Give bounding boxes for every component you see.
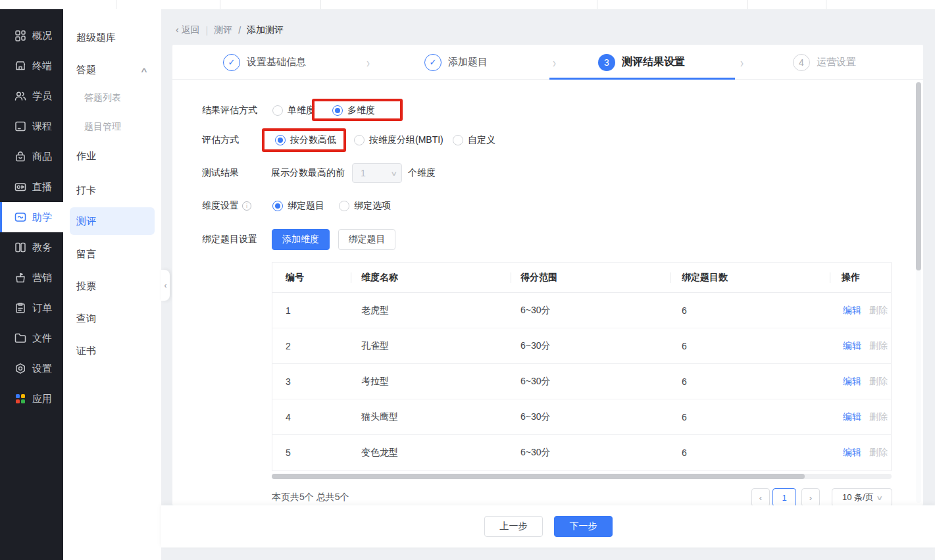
- radio-bind-question[interactable]: 绑定题目: [272, 195, 324, 216]
- sidebar-collapse-handle[interactable]: ‹: [161, 270, 170, 301]
- back-link[interactable]: ‹ 返回: [176, 24, 200, 36]
- sidebar-item-orders[interactable]: 订单: [0, 293, 63, 323]
- chevron-right-icon: ›: [740, 38, 744, 86]
- sidebar-item-courses[interactable]: 课程: [0, 111, 63, 141]
- edit-link[interactable]: 编辑: [843, 435, 861, 471]
- table-header: 编号 维度名称 得分范围 绑定题目数 操作: [272, 263, 891, 293]
- field-label: 结果评估方式: [202, 100, 257, 121]
- sidebar-item-study-aid[interactable]: 助学: [0, 202, 63, 232]
- scrollbar-thumb[interactable]: [272, 474, 805, 479]
- delete-link[interactable]: 删除: [869, 364, 888, 399]
- submenu-item-homework[interactable]: 作业: [70, 143, 155, 169]
- submenu-item-message[interactable]: 留言: [70, 241, 155, 267]
- step-number: 4: [793, 54, 810, 71]
- chevron-up-icon: ∧: [140, 66, 149, 74]
- chevron-right-icon: ›: [366, 38, 370, 86]
- submenu-item-answering[interactable]: 答题∧: [70, 57, 155, 83]
- chevron-left-icon: ‹: [759, 493, 762, 503]
- radio-multi-dimension[interactable]: 多维度: [332, 100, 375, 121]
- field-label: 维度设置i: [202, 195, 251, 216]
- breadcrumb-separator: /: [238, 25, 241, 36]
- sidebar-item-live[interactable]: 直播: [0, 172, 63, 202]
- info-icon: i: [242, 201, 251, 211]
- radio-icon: [272, 105, 283, 116]
- table-row: 3 考拉型 6~30分 6 编辑 删除: [272, 364, 891, 399]
- sidebar-item-marketing[interactable]: 营销: [0, 263, 63, 293]
- radio-icon: [354, 135, 365, 145]
- form-row-bind-question: 绑定题目设置 添加维度 绑定题目: [172, 229, 923, 250]
- files-icon: [14, 332, 27, 345]
- primary-sidebar: 概况 终端 学员 课程 商品 直播 助学 教务 营销 订单 文件 设置: [0, 9, 63, 560]
- sidebar-item-label: 应用: [32, 393, 52, 405]
- edit-link[interactable]: 编辑: [843, 328, 861, 364]
- breadcrumb-section[interactable]: 测评: [214, 24, 232, 36]
- sidebar-item-label: 学员: [32, 90, 52, 103]
- delete-link[interactable]: 删除: [869, 328, 888, 364]
- next-step-button[interactable]: 下一步: [554, 516, 613, 537]
- select-prefix-text: 展示分数最高的前: [271, 163, 345, 184]
- pagination-page-1[interactable]: 1: [772, 488, 796, 507]
- chevron-down-icon: ∨: [390, 170, 397, 177]
- secondary-sidebar: 超级题库 答题∧ 答题列表 题目管理 作业 打卡 测评 留言 投票 查询 证书: [63, 9, 161, 560]
- form-row-dimension-setting: 维度设置i 绑定题目 绑定选项: [172, 195, 923, 216]
- footer-action-bar: 上一步 下一步: [161, 505, 935, 547]
- sidebar-item-students[interactable]: 学员: [0, 81, 63, 111]
- top-dimension-select[interactable]: 1 ∨: [352, 163, 402, 183]
- delete-link[interactable]: 删除: [869, 435, 888, 471]
- col-range: 得分范围: [520, 263, 557, 293]
- add-dimension-button[interactable]: 添加维度: [272, 229, 330, 250]
- academics-icon: [14, 241, 27, 254]
- radio-custom[interactable]: 自定义: [453, 130, 495, 151]
- submenu-item-certificate[interactable]: 证书: [70, 338, 155, 364]
- radio-checked-icon: [272, 201, 283, 211]
- select-value: 1: [361, 168, 366, 178]
- previous-step-button[interactable]: 上一步: [484, 516, 543, 537]
- edit-link[interactable]: 编辑: [843, 399, 861, 435]
- dimension-table: 编号 维度名称 得分范围 绑定题目数 操作 1 老虎型 6~30分 6 编辑 删…: [272, 262, 892, 471]
- form-row-test-result: 测试结果 展示分数最高的前 1 ∨ 个维度: [172, 163, 923, 184]
- submenu-item-question-bank[interactable]: 超级题库: [70, 24, 155, 51]
- radio-bind-option[interactable]: 绑定选项: [339, 195, 391, 216]
- chevron-right-icon: ›: [809, 493, 812, 503]
- tab-divider: [747, 0, 748, 9]
- sidebar-item-label: 助学: [32, 211, 52, 224]
- overview-icon: [14, 29, 27, 42]
- submenu-item-answer-list[interactable]: 答题列表: [70, 85, 155, 111]
- submenu-item-assessment[interactable]: 测评: [70, 207, 155, 235]
- submenu-item-query[interactable]: 查询: [70, 305, 155, 332]
- edit-link[interactable]: 编辑: [843, 293, 861, 328]
- pagination-next-button[interactable]: ›: [801, 488, 820, 507]
- table-row: 2 孔雀型 6~30分 6 编辑 删除: [272, 328, 891, 364]
- browser-tab-strip: [0, 0, 935, 9]
- delete-link[interactable]: 删除: [869, 399, 888, 435]
- submenu-item-checkin[interactable]: 打卡: [70, 177, 155, 203]
- settings-icon: [14, 362, 27, 375]
- sidebar-item-goods[interactable]: 商品: [0, 141, 63, 172]
- bind-question-button[interactable]: 绑定题目: [338, 229, 395, 250]
- vertical-scrollbar-thumb[interactable]: [916, 82, 921, 270]
- select-suffix-text: 个维度: [408, 163, 436, 184]
- pagination-prev-button[interactable]: ‹: [751, 488, 770, 507]
- horizontal-scrollbar[interactable]: [272, 474, 892, 479]
- edit-link[interactable]: 编辑: [843, 364, 861, 399]
- sidebar-item-apps[interactable]: 应用: [0, 384, 63, 414]
- radio-by-score[interactable]: 按分数高低: [275, 130, 336, 151]
- tab-divider: [220, 0, 220, 9]
- apps-icon: [14, 392, 27, 405]
- radio-by-dimension-group[interactable]: 按维度分组(MBTI): [354, 130, 443, 151]
- delete-link[interactable]: 删除: [869, 293, 888, 328]
- radio-single-dimension[interactable]: 单维度: [272, 100, 315, 121]
- page-size-select[interactable]: 10 条/页 ∨: [832, 488, 892, 507]
- pagination-summary: 本页共5个 总共5个: [272, 488, 349, 507]
- submenu-item-vote[interactable]: 投票: [70, 273, 155, 299]
- sidebar-item-settings[interactable]: 设置: [0, 353, 63, 384]
- chevron-down-icon: ∨: [876, 494, 883, 501]
- submenu-item-question-manage[interactable]: 题目管理: [70, 114, 155, 140]
- sidebar-item-academics[interactable]: 教务: [0, 232, 63, 263]
- sidebar-item-overview[interactable]: 概况: [0, 20, 63, 51]
- sidebar-item-files[interactable]: 文件: [0, 323, 63, 353]
- sidebar-item-terminal[interactable]: 终端: [0, 51, 63, 81]
- sidebar-item-label: 概况: [32, 30, 52, 42]
- header-divider: [511, 272, 511, 283]
- radio-icon: [453, 135, 463, 145]
